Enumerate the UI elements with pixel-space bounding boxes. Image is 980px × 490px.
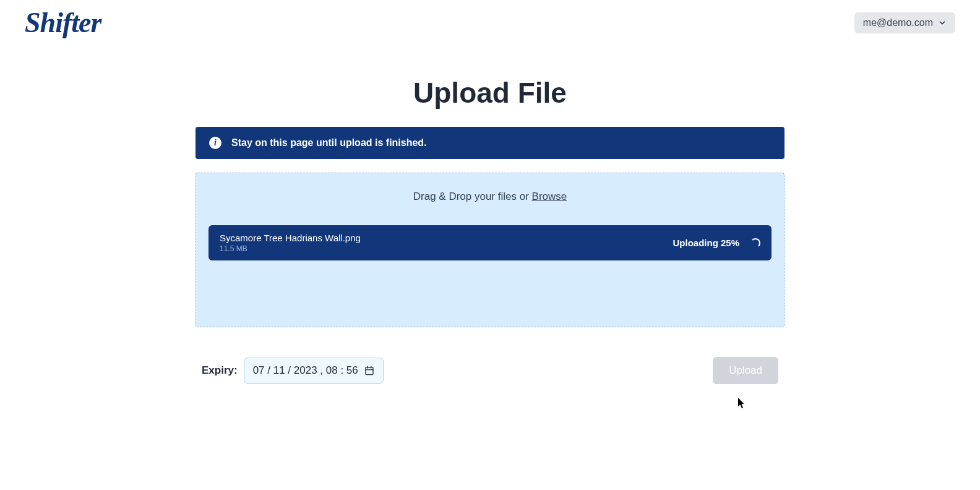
expiry-datetime-input[interactable]: 07 / 11 / 2023 , 08 : 56 — [244, 358, 384, 384]
cursor-icon — [738, 398, 747, 411]
user-dropdown[interactable]: me@demo.com — [854, 12, 955, 33]
browse-link[interactable]: Browse — [532, 191, 567, 202]
upload-button[interactable]: Upload — [713, 357, 778, 384]
info-banner-text: Stay on this page until upload is finish… — [231, 137, 427, 148]
file-name: Sycamore Tree Hadrians Wall.png — [220, 233, 361, 243]
logo[interactable]: Shifter — [25, 6, 101, 39]
spinner-icon — [750, 238, 760, 248]
user-email: me@demo.com — [863, 17, 933, 28]
info-icon: i — [209, 137, 221, 149]
expiry-label: Expiry: — [202, 364, 238, 377]
file-dropzone[interactable]: Drag & Drop your files or Browse Sycamor… — [196, 173, 784, 327]
svg-rect-0 — [366, 368, 373, 375]
calendar-icon — [364, 366, 374, 376]
upload-status: Uploading 25% — [673, 238, 739, 248]
chevron-down-icon — [938, 19, 947, 27]
info-banner: i Stay on this page until upload is fini… — [196, 127, 784, 159]
page-title: Upload File — [196, 76, 784, 110]
dropzone-instructions: Drag & Drop your files or Browse — [208, 191, 772, 203]
file-upload-item: Sycamore Tree Hadrians Wall.png 11.5 MB … — [208, 225, 772, 260]
expiry-value: 07 / 11 / 2023 , 08 : 56 — [253, 364, 358, 377]
dropzone-prefix: Drag & Drop your files or — [413, 191, 532, 202]
file-size: 11.5 MB — [220, 244, 361, 253]
